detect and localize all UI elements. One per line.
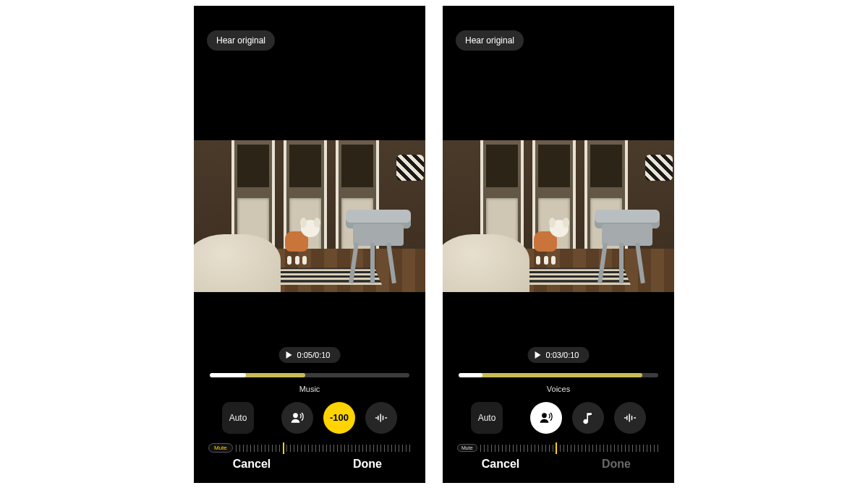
- mode-row: Auto -100: [194, 399, 425, 437]
- timeline-scrubber[interactable]: [459, 373, 658, 377]
- scene-stool: [587, 204, 667, 283]
- auto-button[interactable]: Auto: [471, 402, 503, 434]
- voices-mode-button[interactable]: [281, 402, 313, 434]
- scene-bed: [194, 234, 281, 292]
- play-button[interactable]: 0:03/0:10: [528, 347, 590, 363]
- hear-original-button[interactable]: Hear original: [207, 30, 275, 51]
- timeline-scrubber[interactable]: [210, 373, 409, 377]
- play-icon: [535, 351, 541, 359]
- play-button[interactable]: 0:05/0:10: [279, 347, 341, 363]
- voices-icon: [290, 411, 305, 425]
- hear-original-button[interactable]: Hear original: [456, 30, 524, 51]
- music-mode-button[interactable]: -100: [323, 402, 355, 434]
- timeline-fill-white: [210, 373, 246, 377]
- done-button[interactable]: Done: [310, 450, 425, 479]
- cancel-button[interactable]: Cancel: [443, 450, 558, 479]
- active-category-label: Music: [194, 385, 425, 393]
- voices-icon: [539, 411, 553, 425]
- scene-pillow: [645, 155, 673, 181]
- auto-button[interactable]: Auto: [222, 402, 254, 434]
- scene-dog: [528, 215, 571, 259]
- active-category-label: Voices: [443, 385, 674, 393]
- video-preview[interactable]: [194, 140, 425, 292]
- playback-time: 0:03/0:10: [546, 351, 579, 359]
- mode-row: Auto: [443, 399, 674, 437]
- ambient-mode-button[interactable]: [365, 402, 397, 434]
- scene-pillow: [396, 155, 424, 181]
- timeline-fill-yellow: [459, 373, 642, 377]
- playback-time: 0:05/0:10: [297, 351, 331, 359]
- bottom-actions: Cancel Done: [443, 450, 674, 479]
- waveform-icon: [623, 411, 637, 425]
- scene-bed: [443, 234, 529, 292]
- music-note-icon: [581, 411, 595, 425]
- scene-stool: [339, 204, 418, 283]
- play-icon: [286, 351, 292, 359]
- video-preview[interactable]: [443, 140, 674, 292]
- voices-mode-button[interactable]: [530, 402, 562, 434]
- done-button[interactable]: Done: [558, 450, 674, 479]
- timeline-fill-white: [459, 373, 482, 377]
- bottom-actions: Cancel Done: [194, 450, 425, 479]
- music-value: -100: [330, 412, 349, 423]
- cancel-button[interactable]: Cancel: [194, 450, 310, 479]
- waveform-icon: [374, 411, 388, 425]
- svg-point-0: [293, 413, 298, 418]
- ambient-mode-button[interactable]: [614, 402, 646, 434]
- music-mode-button[interactable]: [572, 402, 604, 434]
- audio-mix-editor-screen-2: Hear original 0:03/0:10: [443, 6, 674, 483]
- audio-mix-editor-screen-1: Hear original 0:05/0:10: [194, 6, 425, 483]
- svg-point-1: [542, 413, 547, 418]
- scene-dog: [279, 215, 323, 259]
